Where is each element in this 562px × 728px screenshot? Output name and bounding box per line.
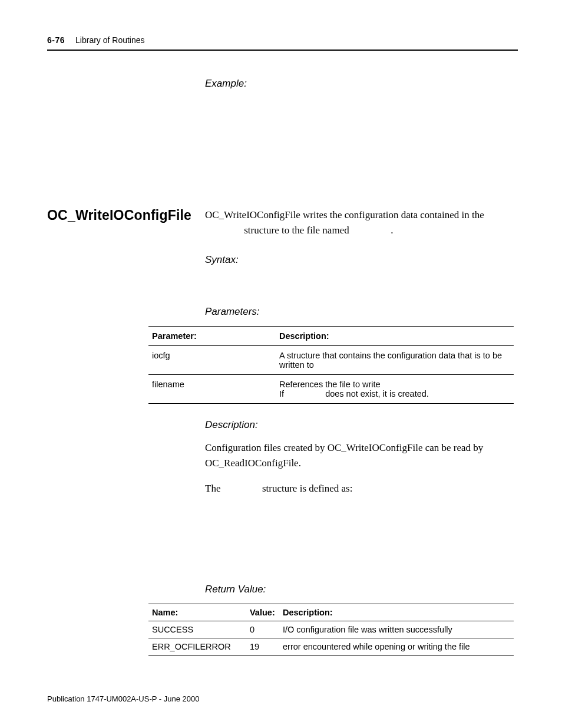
- param-desc: A structure that contains the configurat…: [276, 346, 514, 375]
- param-desc-line2: If does not exist, it is created.: [279, 389, 510, 398]
- header-rule: [47, 50, 518, 51]
- intro-text-2: structure to the file named: [244, 225, 352, 236]
- rv-value: 0: [246, 621, 279, 638]
- rv-name: SUCCESS: [148, 621, 246, 638]
- struct-defined-line: The structure is defined as:: [205, 481, 518, 496]
- param-th-description: Description:: [276, 327, 514, 346]
- return-value-table: Name: Value: Description: SUCCESS 0 I/O …: [148, 604, 514, 655]
- rv-th-description: Description:: [279, 604, 514, 621]
- example-label: Example:: [205, 78, 518, 90]
- rv-desc: I/O configuration file was written succe…: [279, 621, 514, 638]
- header-section-title: Library of Routines: [75, 35, 145, 45]
- intro-text-1: OC_WriteIOConfigFile writes the configur…: [205, 209, 484, 220]
- rv-th-value: Value:: [246, 604, 279, 621]
- table-row: SUCCESS 0 I/O configuration file was wri…: [148, 621, 514, 638]
- rv-th-name: Name:: [148, 604, 246, 621]
- footer-publication: Publication 1747-UM002A-US-P - June 2000: [47, 694, 199, 703]
- section-intro: OC_WriteIOConfigFile writes the configur…: [205, 207, 518, 238]
- param-desc-if: If: [279, 389, 286, 398]
- parameters-table: Parameter: Description: iocfg A structur…: [148, 326, 514, 404]
- syntax-label: Syntax:: [205, 254, 518, 266]
- rv-desc: error encountered while opening or writi…: [279, 638, 514, 655]
- struct-line-a: The: [205, 483, 223, 494]
- param-name: iocfg: [148, 346, 276, 375]
- description-label: Description:: [205, 419, 518, 431]
- table-row: filename References the file to write If…: [148, 375, 514, 404]
- intro-text-3: .: [391, 225, 393, 236]
- param-th-parameter: Parameter:: [148, 327, 276, 346]
- rv-value: 19: [246, 638, 279, 655]
- page-number: 6-76: [47, 35, 65, 45]
- param-desc: References the file to write If does not…: [276, 375, 514, 404]
- return-value-label: Return Value:: [205, 584, 518, 595]
- section-title: OC_WriteIOConfigFile: [47, 207, 200, 223]
- param-desc-text: A structure that contains the configurat…: [279, 351, 502, 370]
- table-row: iocfg A structure that contains the conf…: [148, 346, 514, 375]
- description-paragraph: Configuration files created by OC_WriteI…: [205, 440, 518, 470]
- param-desc-line1: References the file to write: [279, 380, 510, 389]
- struct-line-b: structure is defined as:: [262, 483, 352, 494]
- param-desc-rest: does not exist, it is created.: [325, 389, 429, 398]
- rv-name: ERR_OCFILERROR: [148, 638, 246, 655]
- param-name: filename: [148, 375, 276, 404]
- parameters-label: Parameters:: [205, 306, 518, 318]
- table-row: ERR_OCFILERROR 19 error encountered whil…: [148, 638, 514, 655]
